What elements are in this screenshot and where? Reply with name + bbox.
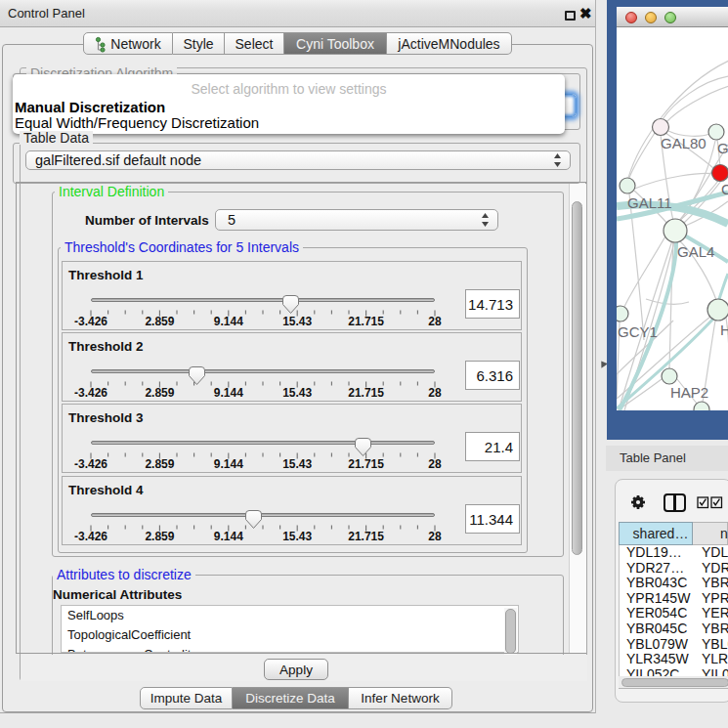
svg-text:GCY1: GCY1 bbox=[618, 323, 658, 340]
svg-text:GAL11: GAL11 bbox=[627, 194, 672, 211]
svg-text:GAL80: GAL80 bbox=[661, 135, 707, 151]
svg-text:H: H bbox=[720, 321, 728, 338]
svg-text:C: C bbox=[721, 181, 728, 197]
svg-text:GA: GA bbox=[717, 140, 728, 156]
svg-text:HAP2: HAP2 bbox=[670, 384, 708, 401]
svg-text:GAL4: GAL4 bbox=[677, 243, 714, 260]
